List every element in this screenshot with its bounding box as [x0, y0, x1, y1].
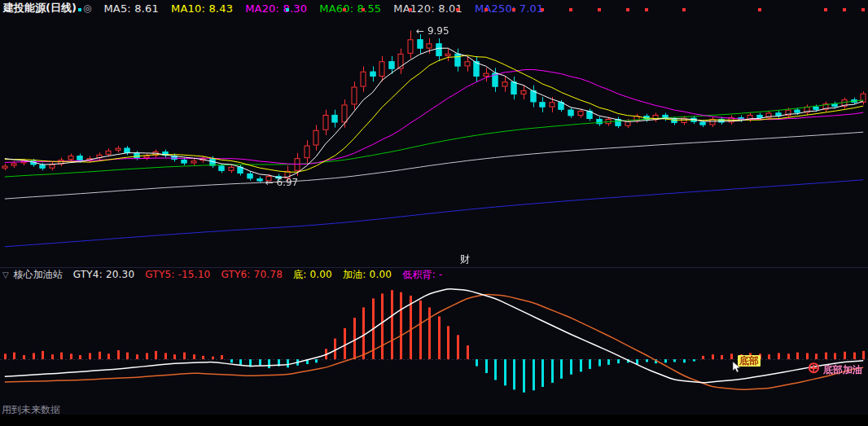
signal-marker	[456, 8, 459, 11]
collapse-arrow-icon[interactable]: ▽	[2, 270, 9, 279]
signal-marker	[362, 8, 365, 11]
gty5-label: GTY5: -15.10	[145, 269, 210, 280]
indicator-title[interactable]: 核心加油站	[14, 268, 63, 282]
dijibei-label: 低积背: -	[402, 268, 442, 282]
signal-marker	[409, 8, 412, 11]
signal-marker	[645, 8, 648, 11]
main-candlestick-chart[interactable]	[0, 16, 868, 254]
finance-event-marker[interactable]: 财	[460, 253, 470, 266]
refuel-plus-icon: ⊕	[807, 359, 821, 375]
jiayou-label: 加油: 0.00	[343, 268, 392, 282]
signal-marker-strip	[0, 8, 868, 12]
signal-marker	[861, 8, 865, 11]
signal-marker	[682, 8, 686, 11]
indicator-header: ▽ 核心加油站 GTY4: 20.30 GTY5: -15.10 GTY6: 7…	[2, 268, 443, 281]
signal-marker	[758, 8, 761, 11]
signal-marker	[824, 8, 827, 11]
refuel-signal-label: 底部加油	[823, 363, 862, 377]
gty6-label: GTY6: 70.78	[221, 269, 283, 280]
window-bottom-bar	[0, 415, 868, 426]
mouse-cursor-icon	[732, 362, 742, 373]
signal-marker	[78, 8, 81, 11]
signal-marker	[512, 8, 515, 11]
signal-marker	[484, 8, 488, 11]
signal-marker	[843, 8, 846, 11]
di-label: 底: 0.00	[293, 268, 332, 282]
signal-marker	[569, 8, 572, 11]
signal-marker	[541, 8, 544, 11]
gty4-label: GTY4: 20.30	[73, 269, 135, 280]
indicator-chart[interactable]	[0, 282, 868, 401]
signal-marker	[626, 8, 629, 11]
signal-marker	[598, 8, 601, 11]
signal-marker	[343, 8, 346, 11]
signal-marker	[286, 8, 289, 11]
trading-app-window: 建投能源(日线) ◎ MA5: 8.61 MA10: 8.43 MA20: 8.…	[0, 0, 868, 426]
